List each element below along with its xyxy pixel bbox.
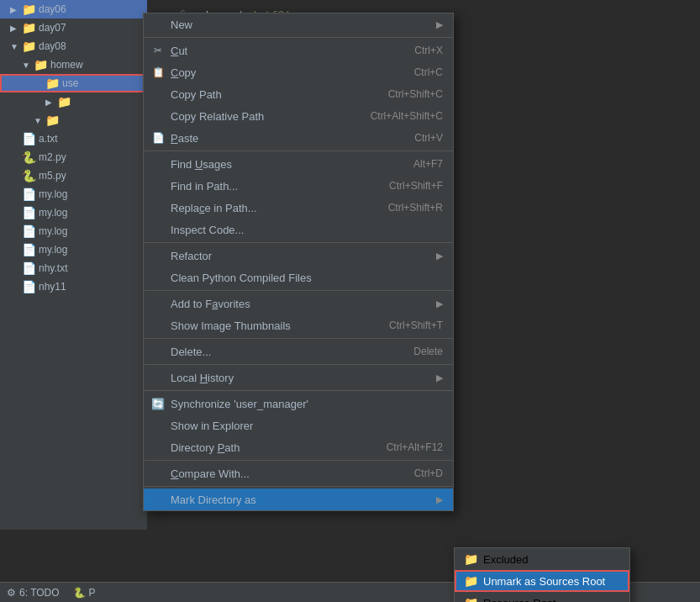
menu-shortcut-paste: Ctrl+V — [414, 132, 443, 144]
tree-label-day07: day07 — [39, 22, 66, 34]
menu-label-copy-relative-path: Copy Relative Path — [171, 110, 264, 123]
folder-icon-day08: 📁 — [22, 40, 37, 53]
menu-label-show-explorer: Show in Explorer — [171, 420, 253, 432]
menu-item-copy-relative-path[interactable]: Copy Relative Path Ctrl+Alt+Shift+C — [144, 105, 453, 127]
tree-item-mylog2[interactable]: 📄 my.log — [0, 203, 147, 222]
tree-item-mylog4[interactable]: 📄 my.log — [0, 240, 147, 259]
menu-arrow-new: ▶ — [436, 19, 443, 30]
log-icon-2: 📄 — [22, 206, 37, 219]
menu-item-refactor[interactable]: Refactor ▶ — [144, 245, 453, 267]
separator-2 — [144, 150, 453, 151]
menu-shortcut-directory-path: Ctrl+Alt+F12 — [387, 441, 443, 453]
log-icon-1: 📄 — [22, 187, 37, 201]
menu-icon-copy-relative-path — [150, 108, 166, 124]
menu-item-show-thumbnails[interactable]: Show Image Thumbnails Ctrl+Shift+T — [144, 314, 453, 336]
tree-label-m5py: m5.py — [39, 170, 66, 182]
tree-label-mylog1: my.log — [39, 188, 67, 200]
menu-item-show-explorer[interactable]: Show in Explorer — [144, 415, 453, 436]
tree-item-sub1[interactable]: ▶ 📁 — [0, 92, 147, 111]
tree-label-nhytxt: nhy.txt — [39, 262, 67, 274]
tree-label-mylog3: my.log — [39, 225, 67, 237]
tree-item-use[interactable]: 📁 use — [0, 74, 147, 92]
menu-icon-local-history — [150, 370, 166, 385]
menu-item-clean-python[interactable]: Clean Python Compiled Files — [144, 267, 453, 288]
menu-item-find-in-path[interactable]: Find in Path... Ctrl+Shift+F — [144, 175, 453, 197]
menu-icon-inspect-code — [150, 222, 166, 237]
status-python-label: P — [89, 587, 96, 599]
tree-item-atxt[interactable]: 📄 a.txt — [0, 129, 147, 148]
menu-shortcut-find-usages: Alt+F7 — [413, 158, 443, 170]
folder-icon-use: 📁 — [45, 77, 61, 90]
menu-label-mark-directory: Mark Directory as — [171, 494, 256, 506]
file-icon-nhytxt: 📄 — [22, 261, 37, 275]
menu-item-cut[interactable]: ✂ Cut Ctrl+X — [144, 40, 453, 61]
tree-arrow-sub2: ▼ — [34, 116, 45, 125]
tree-item-day08[interactable]: ▼ 📁 day08 — [0, 37, 147, 55]
folder-icon-homew: 📁 — [34, 58, 49, 71]
submenu-item-unmark-sources[interactable]: 📁 Unmark as Sources Root — [455, 570, 629, 592]
submenu-item-resource-root[interactable]: 📁 Resource Root — [455, 592, 629, 602]
menu-label-inspect-code: Inspect Code... — [171, 224, 244, 236]
menu-label-cut: Cut — [171, 45, 187, 57]
menu-label-local-history: Local History — [171, 372, 234, 384]
tree-item-day07[interactable]: ▶ 📁 day07 — [0, 18, 147, 37]
menu-label-synchronize: Synchronize 'user_manager' — [171, 398, 308, 410]
menu-item-copy[interactable]: 📋 Copy Ctrl+C — [144, 61, 453, 83]
menu-item-compare-with[interactable]: Compare With... Ctrl+D — [144, 462, 453, 484]
menu-icon-add-favorites — [150, 296, 166, 311]
tree-label-homew: homew — [50, 59, 83, 71]
menu-item-local-history[interactable]: Local History ▶ — [144, 367, 453, 388]
tree-arrow-sub1: ▶ — [45, 98, 57, 107]
status-python[interactable]: 🐍 P — [73, 587, 96, 599]
tree-label-use: use — [62, 77, 78, 89]
tree-item-nhy11[interactable]: 📄 nhy11 — [0, 277, 147, 296]
menu-icon-show-thumbnails — [150, 318, 166, 333]
tree-label-atxt: a.txt — [39, 133, 58, 145]
icon-resource-root: 📁 — [463, 596, 478, 602]
tree-item-sub2[interactable]: ▼ 📁 — [0, 111, 147, 129]
menu-label-add-favorites: Add to Favorites — [171, 298, 250, 310]
tree-item-mylog1[interactable]: 📄 my.log — [0, 185, 147, 203]
menu-shortcut-delete: Delete — [413, 346, 443, 357]
menu-label-find-usages: Find Usages — [171, 158, 232, 171]
menu-icon-cut: ✂ — [150, 43, 166, 58]
menu-label-delete: Delete... — [171, 346, 211, 358]
menu-item-find-usages[interactable]: Find Usages Alt+F7 — [144, 153, 453, 175]
separator-1 — [144, 37, 453, 38]
tree-label-day06: day06 — [39, 3, 66, 15]
menu-item-directory-path[interactable]: Directory Path Ctrl+Alt+F12 — [144, 436, 453, 458]
menu-label-paste: Paste — [171, 132, 198, 145]
menu-label-directory-path: Directory Path — [171, 441, 239, 454]
submenu-item-excluded[interactable]: 📁 Excluded — [455, 548, 629, 570]
file-tree: ▶ 📁 day06 ▶ 📁 day07 ▼ 📁 day08 ▼ 📁 homew … — [0, 0, 147, 530]
menu-icon-clean-python — [150, 270, 166, 285]
menu-item-inspect-code[interactable]: Inspect Code... — [144, 219, 453, 240]
tree-arrow-homew: ▼ — [22, 61, 34, 70]
menu-label-clean-python: Clean Python Compiled Files — [171, 272, 312, 284]
tree-item-mylog3[interactable]: 📄 my.log — [0, 222, 147, 240]
menu-item-new[interactable]: New ▶ — [144, 13, 453, 35]
tree-item-homew[interactable]: ▼ 📁 homew — [0, 55, 147, 74]
menu-shortcut-cut: Ctrl+X — [414, 45, 443, 56]
tree-item-nhytxt[interactable]: 📄 nhy.txt — [0, 259, 147, 277]
tree-item-day06[interactable]: ▶ 📁 day06 — [0, 0, 147, 18]
folder-icon-sub2: 📁 — [45, 114, 61, 127]
menu-icon-show-explorer — [150, 418, 166, 433]
menu-item-copy-path[interactable]: Copy Path Ctrl+Shift+C — [144, 83, 453, 105]
menu-icon-replace-in-path — [150, 200, 166, 215]
separator-9 — [144, 486, 453, 487]
status-todo[interactable]: ⚙ 6: TODO — [7, 587, 60, 599]
tree-item-m5py[interactable]: 🐍 m5.py — [0, 166, 147, 185]
tree-label-m2py: m2.py — [39, 151, 66, 163]
menu-item-delete[interactable]: Delete... Delete — [144, 341, 453, 362]
menu-label-copy: Copy — [171, 66, 196, 79]
menu-icon-synchronize: 🔄 — [150, 396, 166, 411]
separator-8 — [144, 460, 453, 461]
file-icon-atxt: 📄 — [22, 132, 37, 145]
tree-item-m2py[interactable]: 🐍 m2.py — [0, 148, 147, 166]
menu-item-replace-in-path[interactable]: Replace in Path... Ctrl+Shift+R — [144, 197, 453, 219]
menu-item-mark-directory[interactable]: Mark Directory as ▶ — [144, 488, 453, 510]
menu-item-add-favorites[interactable]: Add to Favorites ▶ — [144, 293, 453, 314]
menu-item-paste[interactable]: 📄 Paste Ctrl+V — [144, 127, 453, 149]
menu-item-synchronize[interactable]: 🔄 Synchronize 'user_manager' — [144, 393, 453, 415]
